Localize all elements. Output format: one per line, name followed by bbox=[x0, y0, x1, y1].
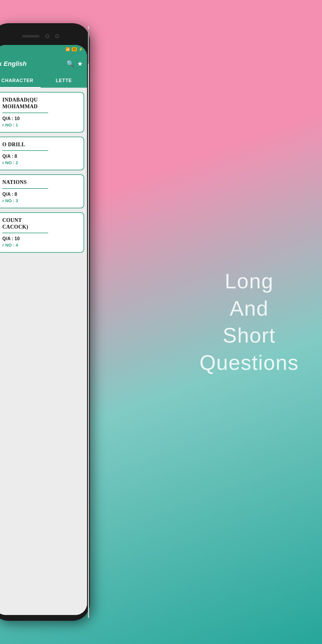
card-qa: Q/A : 10 bbox=[2, 236, 79, 241]
promo-line2: And bbox=[200, 295, 299, 322]
card-qa: Q/A : 10 bbox=[2, 116, 79, 121]
card-qa: Q/A : 8 bbox=[2, 154, 79, 159]
cards-list: INDABAD(QUMOHAMMAD Q/A : 10 r NO : 1 O D… bbox=[0, 88, 87, 615]
card-no: r NO : 2 bbox=[2, 160, 79, 165]
bolt-icon: ⚡ bbox=[79, 47, 83, 51]
card-title: COUNTCACOCK) bbox=[2, 217, 79, 231]
promo-line3: Short bbox=[200, 322, 299, 349]
tab-character[interactable]: CHARACTER bbox=[0, 74, 41, 87]
phone-speaker bbox=[22, 35, 39, 37]
promo-line1: Long bbox=[200, 268, 299, 295]
card-title: NATIONS bbox=[2, 179, 79, 186]
promo-line4: Questions bbox=[200, 349, 299, 377]
tab-bar: CHARACTER LETTE bbox=[0, 74, 87, 88]
card-qa: Q/A : 8 bbox=[2, 192, 79, 197]
phone-notch bbox=[0, 29, 87, 44]
wifi-icon: 📶 bbox=[66, 47, 70, 51]
card-item[interactable]: COUNTCACOCK) Q/A : 10 r NO : 4 bbox=[0, 212, 84, 253]
star-icon[interactable]: ★ bbox=[77, 60, 83, 68]
app-header: k English 🔍 ★ bbox=[0, 54, 87, 74]
app-title: k English bbox=[0, 60, 64, 68]
card-divider bbox=[2, 188, 48, 189]
phone-mockup: 📶 72 ⚡ k English 🔍 ★ CHARACTER LETTE bbox=[0, 23, 90, 621]
card-item[interactable]: O DRILL Q/A : 8 r NO : 2 bbox=[0, 137, 84, 170]
battery-level: 72 bbox=[73, 48, 76, 51]
phone-camera-2 bbox=[55, 34, 59, 38]
card-divider bbox=[2, 150, 48, 151]
card-title: INDABAD(QUMOHAMMAD bbox=[2, 97, 79, 110]
card-no: r NO : 3 bbox=[2, 198, 79, 203]
card-item[interactable]: INDABAD(QUMOHAMMAD Q/A : 10 r NO : 1 bbox=[0, 92, 84, 133]
phone-camera-1 bbox=[45, 34, 49, 38]
card-item[interactable]: NATIONS Q/A : 8 r NO : 3 bbox=[0, 174, 84, 208]
status-bar: 📶 72 ⚡ bbox=[0, 45, 87, 54]
card-no: r NO : 4 bbox=[2, 243, 79, 247]
card-no: r NO : 1 bbox=[2, 122, 79, 127]
phone-screen: 📶 72 ⚡ k English 🔍 ★ CHARACTER LETTE bbox=[0, 45, 87, 615]
card-divider bbox=[2, 113, 48, 113]
tab-letter[interactable]: LETTE bbox=[41, 74, 87, 87]
card-title: O DRILL bbox=[2, 141, 79, 148]
search-icon[interactable]: 🔍 bbox=[66, 60, 74, 68]
promo-text: Long And Short Questions bbox=[200, 268, 299, 376]
card-divider bbox=[2, 233, 48, 233]
battery-indicator: 72 bbox=[72, 47, 77, 51]
